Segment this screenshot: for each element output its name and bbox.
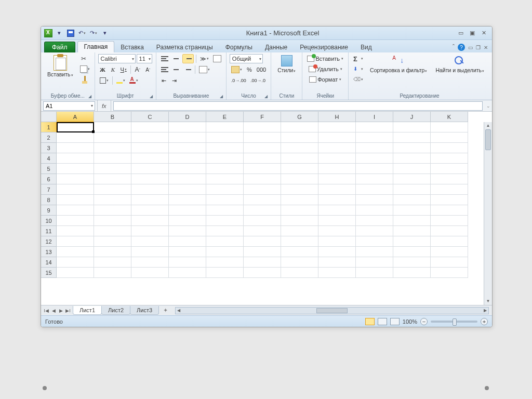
cell-B6[interactable] bbox=[94, 174, 131, 184]
cell-E6[interactable] bbox=[206, 174, 244, 184]
cell-D8[interactable] bbox=[169, 195, 206, 205]
qat-customize[interactable]: ▾ bbox=[100, 29, 110, 38]
name-box[interactable]: A1 bbox=[43, 101, 95, 111]
column-header-G[interactable]: G bbox=[281, 112, 318, 122]
font-size-combo[interactable]: 11 bbox=[137, 54, 152, 63]
row-header-14[interactable]: 14 bbox=[41, 257, 57, 268]
select-all-corner[interactable] bbox=[41, 112, 57, 122]
row-header-1[interactable]: 1 bbox=[41, 122, 57, 132]
cell-J7[interactable] bbox=[393, 184, 431, 195]
cell-F5[interactable] bbox=[244, 164, 281, 174]
cell-K4[interactable] bbox=[431, 153, 468, 164]
tab-data[interactable]: Данные bbox=[259, 42, 294, 52]
cell-B7[interactable] bbox=[94, 184, 131, 195]
doc-close-icon[interactable]: ✕ bbox=[484, 45, 488, 50]
scroll-right-arrow[interactable]: ▶ bbox=[482, 308, 488, 314]
doc-restore-icon[interactable]: ❐ bbox=[476, 45, 481, 50]
cell-C8[interactable] bbox=[131, 195, 169, 205]
cell-F14[interactable] bbox=[244, 257, 281, 268]
cell-H6[interactable] bbox=[318, 174, 356, 184]
cell-A5[interactable] bbox=[57, 164, 94, 174]
cell-J8[interactable] bbox=[393, 195, 431, 205]
cell-I9[interactable] bbox=[356, 205, 393, 216]
qat-dropdown[interactable]: ▾ bbox=[55, 29, 64, 38]
cell-I5[interactable] bbox=[356, 164, 393, 174]
zoom-slider[interactable] bbox=[431, 321, 477, 323]
cell-I2[interactable] bbox=[356, 132, 393, 143]
increase-indent-button[interactable]: ⇥ bbox=[170, 76, 179, 85]
cell-E1[interactable] bbox=[206, 122, 244, 132]
align-center-button[interactable] bbox=[171, 65, 181, 74]
cell-G9[interactable] bbox=[281, 205, 318, 216]
cell-A7[interactable] bbox=[57, 184, 94, 195]
cell-B11[interactable] bbox=[94, 226, 131, 236]
cell-K1[interactable] bbox=[431, 122, 468, 132]
cell-I1[interactable] bbox=[356, 122, 393, 132]
cell-D3[interactable] bbox=[169, 143, 206, 153]
cell-B12[interactable] bbox=[94, 236, 131, 247]
view-page-layout-button[interactable] bbox=[378, 318, 387, 325]
close-button[interactable]: ✕ bbox=[480, 30, 488, 37]
cell-F6[interactable] bbox=[244, 174, 281, 184]
cell-G12[interactable] bbox=[281, 236, 318, 247]
cell-K13[interactable] bbox=[431, 247, 468, 257]
cell-C10[interactable] bbox=[131, 216, 169, 226]
cell-G4[interactable] bbox=[281, 153, 318, 164]
sheet-prev-button[interactable]: ◀ bbox=[50, 308, 57, 313]
find-select-button[interactable]: Найти и выделить▾ bbox=[432, 54, 487, 75]
shrink-font-button[interactable]: Aˇ bbox=[143, 65, 153, 74]
minimize-button[interactable]: ▭ bbox=[457, 30, 465, 37]
cell-J3[interactable] bbox=[393, 143, 431, 153]
cell-F2[interactable] bbox=[244, 132, 281, 143]
cell-A2[interactable] bbox=[57, 132, 94, 143]
row-header-11[interactable]: 11 bbox=[41, 226, 57, 236]
row-header-6[interactable]: 6 bbox=[41, 174, 57, 184]
zoom-out-button[interactable]: − bbox=[420, 318, 428, 325]
tab-home[interactable]: Главная bbox=[77, 41, 115, 52]
cell-G7[interactable] bbox=[281, 184, 318, 195]
align-left-button[interactable] bbox=[159, 65, 170, 74]
cell-H11[interactable] bbox=[318, 226, 356, 236]
cell-C4[interactable] bbox=[131, 153, 169, 164]
row-header-15[interactable]: 15 bbox=[41, 268, 57, 278]
copy-button[interactable]: ▾ bbox=[78, 64, 91, 74]
insert-cells-button[interactable]: Вставить▾ bbox=[305, 54, 345, 63]
row-header-13[interactable]: 13 bbox=[41, 247, 57, 257]
cell-E8[interactable] bbox=[206, 195, 244, 205]
grow-font-button[interactable]: Aˆ bbox=[133, 65, 142, 74]
cell-H2[interactable] bbox=[318, 132, 356, 143]
number-format-combo[interactable]: Общий bbox=[230, 54, 263, 63]
maximize-button[interactable]: ▣ bbox=[468, 30, 476, 37]
cell-D15[interactable] bbox=[169, 268, 206, 278]
view-page-break-button[interactable] bbox=[390, 318, 400, 325]
sheet-first-button[interactable]: I◀ bbox=[43, 308, 49, 313]
column-header-I[interactable]: I bbox=[356, 112, 393, 122]
font-color-button[interactable]: ▾ bbox=[128, 76, 140, 85]
redo-button[interactable]: ↷▾ bbox=[89, 29, 98, 38]
format-cells-button[interactable]: Формат▾ bbox=[305, 75, 345, 84]
cell-K15[interactable] bbox=[431, 268, 468, 278]
cell-C13[interactable] bbox=[131, 247, 169, 257]
cell-D11[interactable] bbox=[169, 226, 206, 236]
cell-B2[interactable] bbox=[94, 132, 131, 143]
cell-I7[interactable] bbox=[356, 184, 393, 195]
cell-C5[interactable] bbox=[131, 164, 169, 174]
save-button[interactable] bbox=[66, 29, 75, 38]
row-header-12[interactable]: 12 bbox=[41, 236, 57, 247]
cell-J15[interactable] bbox=[393, 268, 431, 278]
clear-button[interactable]: ▾ bbox=[352, 75, 365, 84]
cell-K5[interactable] bbox=[431, 164, 468, 174]
cell-G15[interactable] bbox=[281, 268, 318, 278]
cell-K8[interactable] bbox=[431, 195, 468, 205]
view-normal-button[interactable] bbox=[365, 318, 375, 325]
scroll-down-arrow[interactable]: ▼ bbox=[484, 298, 492, 305]
cell-H7[interactable] bbox=[318, 184, 356, 195]
cell-F4[interactable] bbox=[244, 153, 281, 164]
cell-I12[interactable] bbox=[356, 236, 393, 247]
sheet-tab-1[interactable]: Лист1 bbox=[73, 306, 102, 315]
cell-I14[interactable] bbox=[356, 257, 393, 268]
row-header-3[interactable]: 3 bbox=[41, 143, 57, 153]
cell-E15[interactable] bbox=[206, 268, 244, 278]
cell-E12[interactable] bbox=[206, 236, 244, 247]
cell-K10[interactable] bbox=[431, 216, 468, 226]
